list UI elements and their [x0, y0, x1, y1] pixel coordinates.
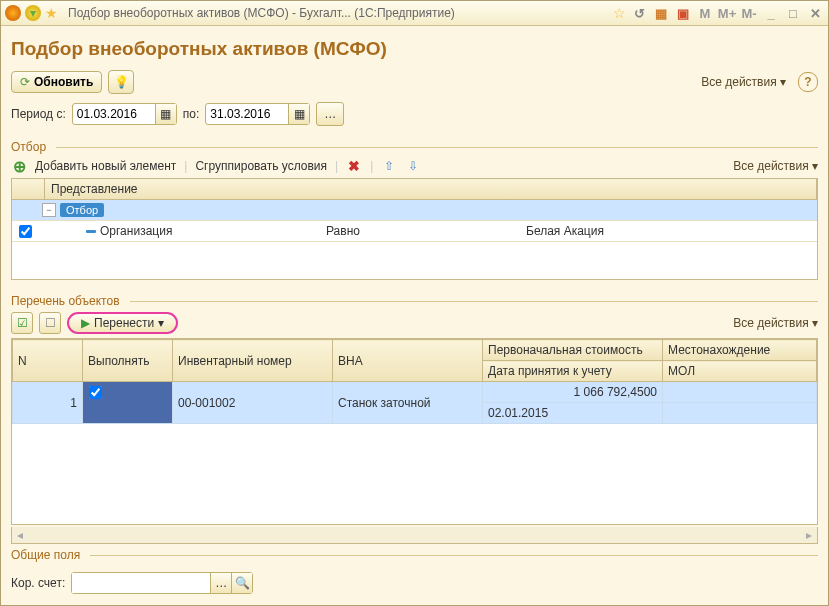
leaf-icon	[86, 230, 96, 233]
kor-account-input[interactable]: … 🔍	[71, 572, 253, 594]
move-up-icon[interactable]: ⇧	[381, 158, 397, 174]
cell-exec[interactable]	[83, 382, 173, 424]
calendar-icon[interactable]: ▦	[288, 104, 309, 124]
close-button[interactable]: ✕	[806, 5, 824, 21]
cell-mol	[663, 403, 817, 424]
select-button[interactable]: …	[210, 573, 231, 593]
filter-all-actions-link[interactable]: Все действия ▾	[733, 159, 818, 173]
calendar-icon[interactable]: ▣	[674, 5, 692, 21]
col-date[interactable]: Дата принятия к учету	[483, 361, 663, 382]
calendar-icon[interactable]: ▦	[155, 104, 176, 124]
uncheck-all-button[interactable]: ☐	[39, 312, 61, 334]
objects-all-actions-link[interactable]: Все действия ▾	[733, 316, 818, 330]
filter-value: Белая Акация	[526, 224, 817, 238]
refresh-button[interactable]: ⟳ Обновить	[11, 71, 102, 93]
filter-op: Равно	[326, 224, 526, 238]
group-conditions-link[interactable]: Сгруппировать условия	[195, 159, 327, 173]
col-vna[interactable]: ВНА	[333, 340, 483, 382]
common-section-label: Общие поля	[11, 548, 818, 562]
m-button[interactable]: M	[696, 5, 714, 21]
exec-checkbox[interactable]	[89, 386, 102, 399]
search-button[interactable]: 🔍	[231, 573, 252, 593]
transfer-button[interactable]: ▶ Перенести ▾	[67, 312, 178, 334]
window-title: Подбор внеоборотных активов (МСФО) - Бух…	[62, 6, 609, 20]
filter-row-root[interactable]: − Отбор	[12, 200, 817, 221]
horizontal-scrollbar[interactable]: ◂ ▸	[11, 527, 818, 544]
chevron-down-icon: ▾	[158, 316, 164, 330]
star-icon[interactable]: ★	[45, 5, 58, 21]
scroll-right-icon[interactable]: ▸	[801, 528, 817, 542]
all-actions-link[interactable]: Все действия ▾	[701, 75, 786, 89]
cell-inv: 00-001002	[173, 382, 333, 424]
filter-section-label: Отбор	[11, 140, 818, 154]
table-row[interactable]: 1 00-001002 Станок заточной 1 066 792,45…	[13, 382, 817, 403]
titlebar: ▾ ★ Подбор внеоборотных активов (МСФО) -…	[1, 1, 828, 26]
transfer-label: Перенести	[94, 316, 154, 330]
calc-icon[interactable]: ▦	[652, 5, 670, 21]
period-picker-button[interactable]: …	[316, 102, 344, 126]
help-button[interactable]: ?	[798, 72, 818, 92]
delete-icon[interactable]: ✖	[346, 158, 362, 174]
filter-org-checkbox[interactable]	[19, 225, 32, 238]
col-mol[interactable]: МОЛ	[663, 361, 817, 382]
add-filter-link[interactable]: Добавить новый элемент	[35, 159, 176, 173]
history-icon[interactable]: ↺	[630, 5, 648, 21]
col-checkbox	[12, 179, 45, 199]
maximize-button[interactable]: □	[784, 5, 802, 21]
hint-button[interactable]: 💡	[108, 70, 134, 94]
period-to-label: по:	[183, 107, 200, 121]
objects-section-label: Перечень объектов	[11, 294, 818, 308]
filter-row-org[interactable]: Организация Равно Белая Акация	[12, 221, 817, 242]
col-location[interactable]: Местонахождение	[663, 340, 817, 361]
period-to-input[interactable]: ▦	[205, 103, 310, 125]
dropdown-icon[interactable]: ▾	[25, 5, 41, 21]
cell-cost: 1 066 792,4500	[483, 382, 663, 403]
app-icon	[5, 5, 21, 21]
minimize-button[interactable]: _	[762, 5, 780, 21]
cell-n: 1	[13, 382, 83, 424]
col-n[interactable]: N	[13, 340, 83, 382]
scroll-left-icon[interactable]: ◂	[12, 528, 28, 542]
check-all-button[interactable]: ☑	[11, 312, 33, 334]
objects-grid: N Выполнять Инвентарный номер ВНА Первон…	[11, 338, 818, 525]
move-down-icon[interactable]: ⇩	[405, 158, 421, 174]
col-cost[interactable]: Первоначальная стоимость	[483, 340, 663, 361]
filter-grid: Представление − Отбор Организация Равно	[11, 178, 818, 280]
app-window: ▾ ★ Подбор внеоборотных активов (МСФО) -…	[0, 0, 829, 606]
col-exec[interactable]: Выполнять	[83, 340, 173, 382]
refresh-icon: ⟳	[20, 75, 30, 89]
refresh-label: Обновить	[34, 75, 93, 89]
col-representation: Представление	[45, 179, 817, 199]
m-minus-button[interactable]: M-	[740, 5, 758, 21]
col-inv[interactable]: Инвентарный номер	[173, 340, 333, 382]
page-title: Подбор внеоборотных активов (МСФО)	[11, 38, 818, 60]
collapse-icon[interactable]: −	[42, 203, 56, 217]
cell-location	[663, 382, 817, 403]
add-icon[interactable]: ⊕	[11, 158, 27, 174]
filter-root-label: Отбор	[60, 203, 104, 217]
cell-vna: Станок заточной	[333, 382, 483, 424]
filter-field: Организация	[100, 224, 172, 238]
kor-account-label: Кор. счет:	[11, 576, 65, 590]
m-plus-button[interactable]: M+	[718, 5, 736, 21]
cell-date: 02.01.2015	[483, 403, 663, 424]
period-from-label: Период с:	[11, 107, 66, 121]
favorite-icon[interactable]: ☆	[613, 5, 626, 21]
play-icon: ▶	[81, 316, 90, 330]
period-from-input[interactable]: ▦	[72, 103, 177, 125]
